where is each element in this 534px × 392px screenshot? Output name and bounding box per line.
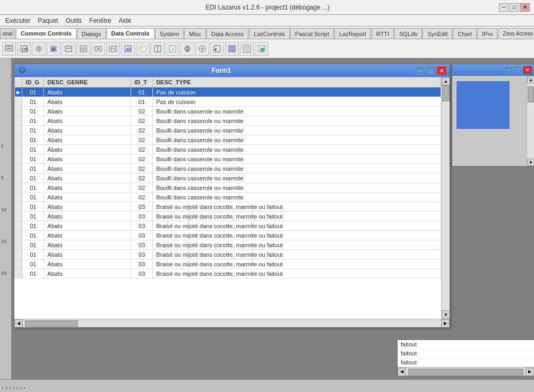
- table-row[interactable]: 01Abats02Bouilli dans casserole ou marmi…: [15, 154, 441, 164]
- cell-id-g: 01: [22, 240, 44, 250]
- tab-lazreport[interactable]: LazReport: [334, 28, 371, 39]
- table-row[interactable]: 01Abats03Braisé ou mijoté dans cocotte, …: [15, 250, 441, 259]
- menu-paquet[interactable]: Paquet: [35, 16, 61, 25]
- vertical-scrollbar[interactable]: ▲ ▼: [441, 77, 450, 319]
- scroll-right-button[interactable]: ▶: [441, 319, 450, 328]
- sw-scroll-thumb[interactable]: [528, 86, 534, 102]
- tab-zeos-access[interactable]: Zeos Access: [498, 28, 534, 39]
- toolbar-btn-17[interactable]: [240, 42, 254, 56]
- grid-col-id-g[interactable]: ID_G: [22, 77, 44, 88]
- tab-dialogs[interactable]: Dialogs: [77, 28, 106, 39]
- table-row[interactable]: 01Abats03Braisé ou mijoté dans cocotte, …: [15, 212, 441, 221]
- row-indicator: [15, 107, 22, 116]
- table-row[interactable]: 01Abats02Bouilli dans casserole ou marmi…: [15, 183, 441, 193]
- toolbar-btn-10[interactable]: !: [136, 42, 150, 56]
- scroll-thumb-vertical[interactable]: [442, 85, 450, 101]
- second-window-maximize[interactable]: □: [514, 66, 522, 74]
- table-row[interactable]: 01Abats02Bouilli dans casserole ou marmi…: [15, 107, 441, 116]
- tab-data-controls[interactable]: Data Controls: [107, 28, 154, 39]
- bl-scroll-right[interactable]: ▶: [526, 368, 534, 376]
- table-row[interactable]: 01Abats03Braisé ou mijoté dans cocotte, …: [15, 202, 441, 212]
- tab-sqldb[interactable]: SQLdb: [394, 28, 422, 39]
- form-close-button[interactable]: ✕: [437, 66, 446, 75]
- table-row[interactable]: ▶01Abats01Pas de cuisson: [15, 88, 441, 97]
- menu-executer[interactable]: Exécuter: [2, 16, 33, 25]
- table-row[interactable]: 01Abats03Braisé ou mijoté dans cocotte, …: [15, 259, 441, 269]
- table-row[interactable]: 01Abats02Bouilli dans casserole ou marmi…: [15, 116, 441, 126]
- scroll-down-button[interactable]: ▼: [442, 310, 450, 319]
- toolbar-btn-7[interactable]: [91, 42, 105, 56]
- ruler-num-10: 10: [1, 207, 6, 212]
- toolbar-btn-9[interactable]: ab: [121, 42, 135, 56]
- toolbar-btn-16[interactable]: [225, 42, 239, 56]
- tab-synedit[interactable]: SynEdit: [423, 28, 452, 39]
- scroll-up-button[interactable]: ▲: [442, 77, 450, 85]
- toolbar-btn-6[interactable]: □□: [76, 42, 90, 56]
- toolbar-btn-11[interactable]: [151, 42, 165, 56]
- form-window-controls: ─ □ ✕: [416, 66, 446, 75]
- scroll-thumb-horizontal[interactable]: [25, 320, 78, 327]
- bottom-list-scrollbar[interactable]: ◀ ▶: [398, 367, 534, 376]
- tab-misc[interactable]: Misc: [184, 28, 206, 39]
- tab-chart[interactable]: Chart: [453, 28, 477, 39]
- toolbar-btn-5[interactable]: [62, 42, 75, 56]
- toolbar-btn-12[interactable]: ✓: [166, 42, 179, 56]
- form-window: Form1 ─ □ ✕ ID_G DESC_GENRE: [14, 64, 450, 328]
- app-minimize-button[interactable]: ─: [499, 3, 509, 12]
- toolbar-btn-4[interactable]: ▤: [47, 42, 61, 56]
- app-maximize-button[interactable]: □: [510, 3, 519, 12]
- sw-scroll-down[interactable]: ▼: [527, 159, 534, 166]
- cell-id-t: 01: [131, 97, 153, 107]
- menu-bar: Exécuter Paquet Outils Fenêtre Aide: [0, 15, 534, 27]
- table-row[interactable]: 01Abats03Braisé ou mijoté dans cocotte, …: [15, 269, 441, 278]
- grid-col-desc-genre[interactable]: DESC_GENRE: [44, 77, 131, 88]
- bl-scroll-left[interactable]: ◀: [398, 368, 406, 376]
- cell-desc-type: Braisé ou mijoté dans cocotte, marmite o…: [153, 240, 441, 250]
- toolbar-btn-1[interactable]: [2, 42, 16, 56]
- tab-onal[interactable]: onal: [0, 28, 15, 39]
- toolbar-btn-15[interactable]: ♦: [210, 42, 224, 56]
- scroll-left-button[interactable]: ◀: [14, 319, 23, 328]
- toolbar-btn-2[interactable]: DB: [17, 42, 31, 56]
- tab-common-controls[interactable]: Common Controls: [16, 28, 76, 39]
- tab-pascal-script[interactable]: Pascal Script: [290, 28, 334, 39]
- table-row[interactable]: 01Abats02Bouilli dans casserole ou marmi…: [15, 193, 441, 202]
- form-minimize-button[interactable]: ─: [416, 66, 425, 75]
- tab-data-access[interactable]: Data Access: [206, 28, 248, 39]
- grid-col-desc-type[interactable]: DESC_TYPE: [153, 77, 441, 88]
- toolbar-btn-8[interactable]: [106, 42, 120, 56]
- grid-col-id-t[interactable]: ID_T: [131, 77, 153, 88]
- table-row[interactable]: 01Abats03Braisé ou mijoté dans cocotte, …: [15, 240, 441, 250]
- table-row[interactable]: 01Abats01Pas de cuisson: [15, 97, 441, 107]
- table-row[interactable]: 01Abats02Bouilli dans casserole ou marmi…: [15, 135, 441, 145]
- table-row[interactable]: 01Abats02Bouilli dans casserole ou marmi…: [15, 173, 441, 183]
- tab-rtti[interactable]: RTTI: [372, 28, 394, 39]
- horizontal-scrollbar[interactable]: ◀ ▶: [14, 319, 450, 327]
- table-row[interactable]: 01Abats02Bouilli dans casserole ou marmi…: [15, 164, 441, 173]
- menu-aide[interactable]: Aide: [115, 16, 134, 25]
- toolbar-btn-18[interactable]: ▦: [255, 42, 269, 56]
- table-row[interactable]: 01Abats02Bouilli dans casserole ou marmi…: [15, 145, 441, 154]
- second-window-scrollbar[interactable]: ▲ ▼: [527, 76, 534, 166]
- table-row[interactable]: 01Abats03Braisé ou mijoté dans cocotte, …: [15, 221, 441, 231]
- toolbar-btn-3[interactable]: S: [32, 42, 46, 56]
- app-close-button[interactable]: ✕: [520, 3, 530, 12]
- svg-rect-33: [229, 46, 231, 52]
- row-indicator: [15, 154, 22, 164]
- table-row[interactable]: 01Abats03Braisé ou mijoté dans cocotte, …: [15, 231, 441, 240]
- tab-lazcontrols[interactable]: LazControls: [249, 28, 290, 39]
- tab-system[interactable]: System: [155, 28, 184, 39]
- toolbar-btn-14[interactable]: [195, 42, 209, 56]
- table-row[interactable]: 01Abats02Bouilli dans casserole ou marmi…: [15, 126, 441, 135]
- form-maximize-button[interactable]: □: [426, 66, 436, 75]
- cell-id-t: 03: [131, 202, 153, 212]
- bl-scroll-thumb[interactable]: [408, 369, 523, 375]
- toolbar-btn-13[interactable]: [180, 42, 194, 56]
- second-window-close[interactable]: ✕: [523, 66, 532, 74]
- menu-fenetre[interactable]: Fenêtre: [86, 16, 114, 25]
- tab-ipro[interactable]: IPro: [477, 28, 497, 39]
- cell-id-t: 03: [131, 240, 153, 250]
- sw-scroll-up[interactable]: ▲: [527, 76, 534, 83]
- second-window-minimize[interactable]: ─: [504, 66, 513, 74]
- menu-outils[interactable]: Outils: [62, 16, 85, 25]
